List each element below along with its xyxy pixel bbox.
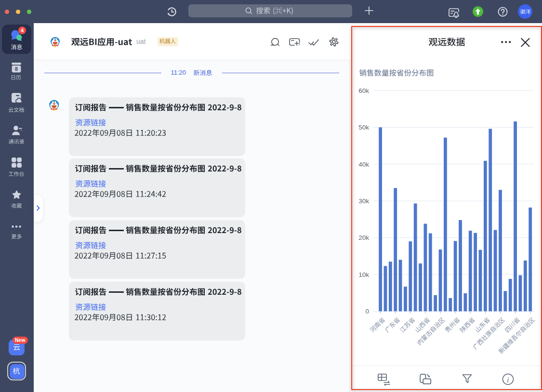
svg-text:8: 8 bbox=[15, 66, 18, 72]
